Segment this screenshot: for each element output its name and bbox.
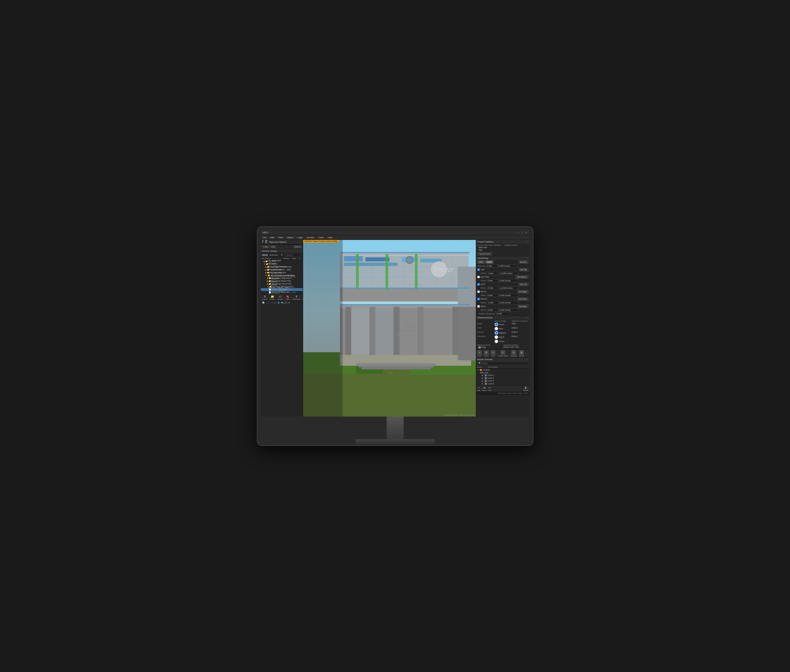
filter-icon[interactable]: ▼ [281, 253, 283, 256]
submit-button[interactable]: Submit [293, 245, 302, 248]
collapse-icon[interactable]: ─ [526, 240, 528, 243]
menu-logic[interactable]: Logic [297, 236, 304, 239]
midpoint-radio[interactable] [494, 331, 498, 335]
file-item-01vdco[interactable]: ▶ 📁 01_VDCOxP [261, 269, 303, 271]
file-item-boom[interactable]: 📄 09122019 Boom Blo... DWG [261, 291, 303, 294]
cursor-icon[interactable]: ↕ [265, 301, 267, 304]
menu-edit[interactable]: Edit [269, 236, 275, 239]
menu-track[interactable]: Track [317, 236, 325, 239]
set-left-button[interactable]: Set Left [518, 283, 528, 286]
center-radio[interactable] [494, 339, 498, 343]
download-button[interactable]: ⬇ Download [291, 294, 301, 300]
presets-collapse-icon[interactable]: ─ [526, 358, 528, 361]
menu-view[interactable]: View [277, 236, 284, 239]
file-item-02site[interactable]: ▶ 📁 02_Site Utilization [261, 271, 303, 274]
style-sets-item[interactable]: Style Sets [477, 246, 502, 249]
section-hide-button[interactable]: HIDE [485, 261, 494, 264]
set-bottom-button[interactable]: Set Bottom [516, 275, 528, 278]
file-item-03model[interactable]: ▼ 📁 03_3D Model Coordination [261, 274, 303, 277]
file-item-02trade[interactable]: ▶ 📁 02_Trade Model Files [261, 280, 303, 283]
object-radio[interactable] [494, 335, 498, 339]
update-status-button[interactable]: ↻ Update Status [497, 350, 509, 357]
selection-tab[interactable]: Selection [270, 254, 278, 256]
preset-level3[interactable]: ▶ Level 3 [476, 379, 529, 382]
face-radio[interactable] [494, 327, 498, 331]
maximize-button[interactable]: □ [521, 231, 524, 234]
presets-edit-button[interactable]: ✏ Edit [488, 386, 491, 391]
back-feet-input[interactable] [487, 309, 498, 312]
tag-icon[interactable]: 🏷 [274, 301, 276, 304]
box-icon[interactable]: ⬛ [285, 301, 287, 304]
left-feet-input[interactable] [487, 286, 498, 290]
offset-all-inches-input[interactable] [498, 264, 518, 267]
tags-item[interactable]: Tags [477, 249, 502, 251]
camera-icon[interactable]: 📷 [281, 301, 284, 304]
preset-level2[interactable]: ▶ Level 2 [476, 377, 529, 379]
top-feet-input[interactable] [487, 272, 498, 275]
wifi-icon[interactable]: 📡 [262, 301, 265, 304]
vertex-radio[interactable] [494, 323, 498, 326]
update-now-button[interactable]: Update Now [477, 252, 492, 255]
set-front-button[interactable]: Set Front [517, 298, 528, 301]
set-back-button[interactable]: Set Back [517, 305, 528, 308]
section-off-button[interactable]: OFF [477, 261, 485, 264]
left-checkbox[interactable] [477, 283, 480, 286]
top-checkbox[interactable] [477, 269, 480, 271]
folder-button[interactable]: 📁 Folder [269, 294, 276, 300]
grid-icon[interactable]: ⊞ [288, 301, 290, 304]
sectioning-collapse-icon[interactable]: ─ [526, 257, 528, 259]
preset-level1[interactable]: ▶ Level 1 [476, 374, 529, 377]
front-feet-input[interactable] [487, 301, 498, 304]
menu-archive[interactable]: Archive [306, 236, 315, 239]
close-button[interactable]: ✕ [525, 231, 528, 234]
preset-701814[interactable]: ▼ 701814... [476, 369, 529, 371]
assign-button[interactable]: 🏷 Assign [277, 294, 284, 300]
menu-help[interactable]: Help [327, 236, 333, 239]
presets-add-button[interactable]: + Add [477, 386, 480, 391]
line-icon[interactable]: ╱ [267, 301, 269, 304]
file-item-04floor[interactable]: ▼ 📁 04_Floor Plan Backgrou... [261, 285, 303, 288]
library-tab[interactable]: Library [262, 254, 268, 256]
settings-button[interactable]: ⚙ Settings [510, 350, 517, 357]
objects-tab[interactable]: Objects [264, 240, 267, 244]
file-item-03design[interactable]: ▶ 📁 03_Design Team Files [261, 283, 303, 285]
file-item-03rcs[interactable]: ▶ 📁 03_RCS [261, 260, 303, 263]
front-inches-input[interactable] [499, 301, 518, 304]
square-icon[interactable]: □ [272, 301, 273, 304]
tags-tab[interactable]: Tags [261, 240, 264, 244]
measurements-collapse-icon[interactable]: ─ [526, 317, 528, 319]
edit-button[interactable]: Edit [270, 245, 276, 248]
rotation-input[interactable] [496, 312, 510, 315]
clear-button[interactable]: ✕ Clear [477, 350, 482, 357]
offset-all-feet-input[interactable] [486, 264, 497, 267]
minimize-button[interactable]: ─ [517, 231, 520, 234]
person-icon[interactable]: 👤 [277, 301, 280, 304]
front-checkbox[interactable] [477, 298, 480, 300]
archive-search-input[interactable] [287, 254, 300, 256]
right-inches-input[interactable] [499, 294, 518, 297]
left-inches-input[interactable] [499, 286, 518, 290]
presets-search-input[interactable] [482, 362, 527, 364]
back-inches-input[interactable] [499, 309, 518, 312]
file-item-2fs1[interactable]: 📄 2-FS1-101A.dwg DWG [261, 288, 303, 291]
file-item-00project[interactable]: ▶ 📁 00_Project Procurement [261, 266, 303, 269]
bottom-checkbox[interactable] [477, 276, 480, 278]
circle-icon[interactable]: ○ [270, 301, 271, 304]
viewport[interactable]: 7018146 Travis County Courts Facility [303, 240, 476, 417]
add-button[interactable]: + Add [262, 245, 269, 248]
top-inches-input[interactable] [499, 272, 518, 275]
bottom-inches-input[interactable] [499, 279, 518, 282]
copy-button[interactable]: ⎘ Copy [491, 350, 495, 357]
presets-group-button[interactable]: ⊞ Group [482, 386, 486, 391]
back-checkbox[interactable] [477, 305, 480, 308]
preset-basic-ma[interactable]: Basic Ma... [476, 371, 529, 374]
presets-delete-button[interactable]: 🗑 Delete [523, 386, 528, 391]
menu-file[interactable]: File [262, 236, 267, 239]
preset-level4[interactable]: ▶ Level 4 [476, 382, 529, 385]
menu-object[interactable]: Object [286, 236, 294, 239]
measurements-delete-button[interactable]: 🗑 Delete [519, 350, 524, 357]
bottom-feet-input[interactable] [487, 279, 498, 282]
set-box-button[interactable]: Set Box [518, 261, 528, 264]
import-button[interactable]: ⬇ Import [261, 294, 269, 300]
right-plane-checkbox[interactable] [477, 290, 480, 293]
